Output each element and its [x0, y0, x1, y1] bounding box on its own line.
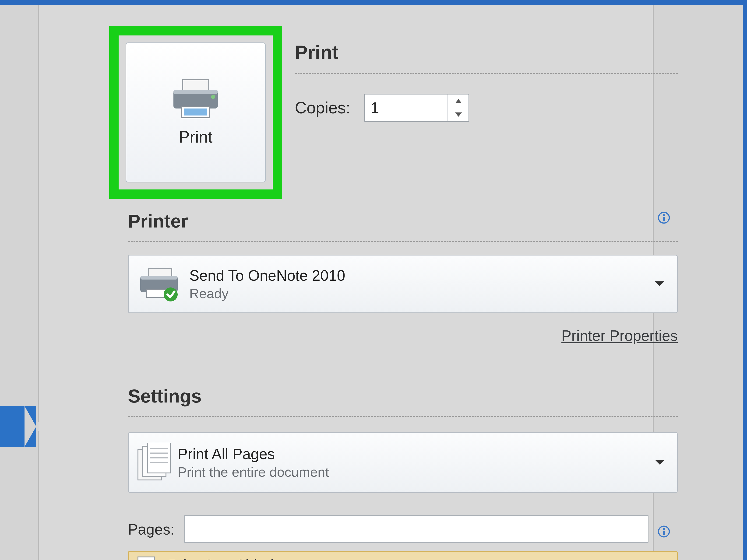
print-backstage-panel: Print Print Copies: 1 Printer [39, 5, 653, 560]
copies-increment[interactable] [448, 95, 468, 108]
print-button-label: Print [179, 128, 212, 146]
chevron-down-icon [654, 280, 665, 288]
copies-label: Copies: [295, 99, 350, 117]
svg-point-26 [663, 528, 665, 530]
window-right-border [743, 0, 747, 560]
printer-properties-link[interactable]: Printer Properties [128, 327, 678, 344]
window-top-border [0, 0, 747, 5]
printer-name: Send To OneNote 2010 [189, 267, 654, 284]
pages-stack-icon [136, 443, 171, 482]
svg-marker-24 [655, 460, 664, 464]
svg-marker-7 [455, 112, 462, 117]
svg-rect-11 [149, 268, 172, 276]
info-icon[interactable] [658, 526, 670, 538]
pages-input[interactable] [184, 515, 648, 543]
print-range-title: Print All Pages [178, 446, 654, 463]
print-section-heading: Print [295, 41, 338, 63]
svg-marker-16 [655, 282, 664, 286]
section-divider [128, 241, 678, 242]
svg-marker-6 [455, 99, 462, 103]
svg-point-15 [164, 288, 178, 301]
print-range-select[interactable]: Print All Pages Print the entire documen… [128, 432, 678, 493]
printer-icon [170, 79, 221, 121]
pages-label: Pages: [128, 521, 174, 538]
svg-point-3 [211, 95, 215, 99]
copies-row: Copies: 1 [295, 94, 469, 122]
printer-status: Ready [189, 286, 654, 301]
single-sided-icon [136, 555, 161, 560]
section-divider [128, 416, 678, 417]
svg-rect-0 [183, 80, 208, 90]
chevron-down-icon [654, 458, 665, 466]
copies-decrement[interactable] [448, 108, 468, 121]
svg-point-9 [663, 214, 665, 216]
backstage-tab-indicator-notch [25, 406, 36, 447]
info-icon[interactable] [658, 212, 670, 224]
printer-ready-icon [136, 266, 182, 301]
svg-rect-28 [138, 557, 154, 560]
svg-rect-10 [663, 217, 665, 221]
svg-rect-2 [174, 90, 218, 94]
print-range-subtitle: Print the entire document [178, 464, 654, 480]
printer-select[interactable]: Send To OneNote 2010 Ready [128, 255, 678, 313]
copies-value[interactable]: 1 [365, 95, 447, 121]
print-button[interactable]: Print [126, 43, 266, 183]
copies-stepper[interactable]: 1 [364, 94, 469, 122]
section-divider [295, 73, 678, 74]
settings-section-heading: Settings [128, 385, 202, 407]
svg-rect-13 [140, 276, 178, 279]
svg-rect-5 [184, 108, 207, 115]
print-sided-title: Print One Sided [168, 557, 274, 560]
svg-rect-27 [663, 531, 665, 535]
print-sided-select[interactable]: Print One Sided [128, 551, 678, 560]
printer-section-heading: Printer [128, 211, 188, 232]
